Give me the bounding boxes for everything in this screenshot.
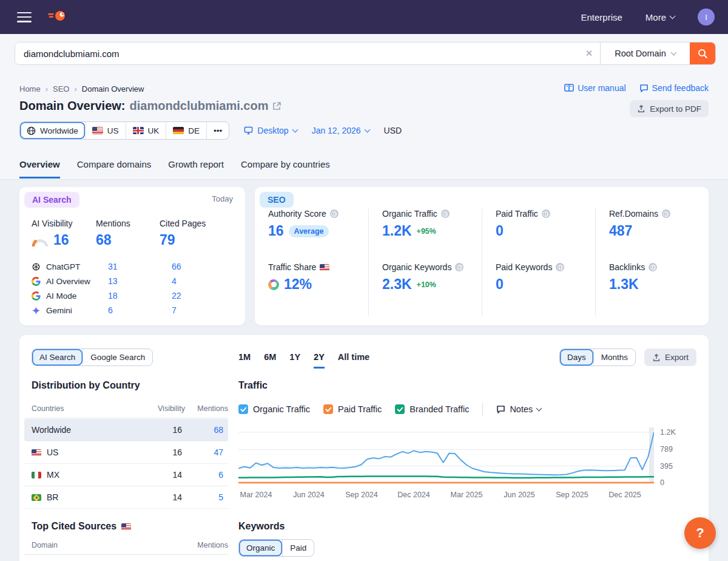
notes-bubble-icon — [496, 405, 505, 413]
send-feedback-link[interactable]: Send feedback — [639, 83, 709, 93]
chatgpt-cited[interactable]: 66 — [172, 262, 181, 271]
export-to-pdf-button[interactable]: Export to PDF — [630, 100, 709, 117]
hamburger-menu-icon[interactable] — [17, 12, 32, 22]
authority-score-value: 16 — [268, 223, 284, 239]
chart-x-axis-labels: Mar 2024Jun 2024Sep 2024Dec 2024Mar 2025… — [238, 491, 654, 500]
date-select[interactable]: Jan 12, 2026 — [312, 126, 369, 135]
gemini-cited[interactable]: 7 — [172, 305, 177, 315]
tab-growth-report[interactable]: Growth report — [168, 159, 224, 178]
traffic-chart[interactable] — [238, 425, 654, 486]
breadcrumb-home[interactable]: Home — [19, 84, 41, 93]
notes-dropdown[interactable]: Notes — [496, 404, 541, 414]
search-icon — [698, 49, 708, 59]
organic-traffic-value: 1.2K — [382, 223, 412, 239]
search-button[interactable] — [690, 42, 715, 64]
series-organic-traffic — [238, 432, 654, 475]
info-globe-icon[interactable] — [330, 209, 339, 218]
uk-flag-icon — [133, 127, 144, 134]
traffic-title: Traffic — [238, 380, 268, 391]
platform-row-chatgpt: ChatGPT — [32, 259, 233, 274]
range-all-time[interactable]: All time — [338, 352, 369, 369]
checkbox-organic[interactable] — [238, 404, 248, 414]
x-tick-label: Dec 2024 — [397, 491, 430, 499]
range-6m[interactable]: 6M — [264, 352, 276, 369]
br-mentions[interactable]: 5 — [199, 492, 223, 502]
region-more-button[interactable]: ••• — [206, 122, 229, 139]
currency-label: USD — [384, 126, 402, 135]
ai-mode-mentions[interactable]: 18 — [108, 291, 118, 301]
domain-search-bar: ✕ Root Domain — [15, 42, 716, 65]
col-header-countries: Countries — [32, 404, 64, 413]
info-globe-icon[interactable] — [542, 209, 550, 218]
mentions-total-value[interactable]: 68 — [96, 232, 112, 248]
country-row-worldwide[interactable]: Worldwide 16 68 — [24, 419, 228, 441]
range-2y[interactable]: 2Y — [314, 352, 325, 369]
toggle-google-search[interactable]: Google Search — [83, 349, 152, 365]
x-tick-label: Jun 2024 — [293, 491, 324, 499]
chevron-down-icon — [536, 406, 542, 412]
ai-search-badge: AI Search — [24, 192, 79, 208]
checkbox-branded[interactable] — [395, 404, 405, 414]
info-globe-icon[interactable] — [455, 263, 463, 271]
mx-mentions[interactable]: 6 — [199, 470, 223, 480]
search-input[interactable] — [15, 42, 578, 64]
ai-overview-cited[interactable]: 4 — [172, 276, 177, 286]
breadcrumb-seo[interactable]: SEO — [53, 84, 69, 93]
gemini-mentions[interactable]: 6 — [108, 305, 113, 315]
x-tick-label: Mar 2025 — [451, 491, 483, 499]
legend-branded-traffic[interactable]: Branded Traffic — [395, 404, 469, 414]
legend-organic-traffic[interactable]: Organic Traffic — [238, 404, 310, 414]
semrush-logo-icon[interactable] — [47, 9, 67, 25]
worldwide-mentions[interactable]: 68 — [199, 425, 223, 435]
region-us[interactable]: US — [85, 122, 126, 139]
avatar[interactable]: I — [698, 8, 715, 25]
ai-overview-mentions[interactable]: 13 — [108, 276, 118, 286]
chatgpt-mentions[interactable]: 31 — [108, 262, 118, 271]
region-uk[interactable]: UK — [126, 122, 166, 139]
info-globe-icon[interactable] — [441, 209, 450, 218]
info-globe-icon[interactable] — [556, 263, 564, 271]
help-button[interactable]: ? — [684, 517, 716, 549]
x-tick-label: Dec 2025 — [608, 491, 641, 499]
toggle-ai-search[interactable]: AI Search — [32, 349, 83, 365]
toggle-paid-keywords[interactable]: Paid — [282, 540, 314, 556]
country-row-br[interactable]: BR 14 5 — [24, 486, 228, 509]
info-globe-icon[interactable] — [662, 209, 670, 218]
col-header-source-mentions: Mentions — [195, 541, 228, 549]
toggle-days[interactable]: Days — [560, 349, 593, 365]
range-1m[interactable]: 1M — [238, 352, 251, 369]
tab-overview[interactable]: Overview — [19, 159, 60, 178]
toggle-organic-keywords[interactable]: Organic — [239, 540, 282, 556]
tab-compare-by-countries[interactable]: Compare by countries — [241, 159, 330, 178]
enterprise-link[interactable]: Enterprise — [581, 12, 622, 22]
x-tick-label: Jun 2025 — [504, 491, 534, 499]
country-row-mx[interactable]: MX 14 6 — [24, 464, 228, 486]
region-worldwide[interactable]: Worldwide — [20, 122, 85, 139]
y-tick-label: 395 — [660, 462, 673, 471]
region-de[interactable]: DE — [166, 122, 206, 139]
external-link-icon[interactable] — [272, 101, 281, 110]
legend-paid-traffic[interactable]: Paid Traffic — [323, 404, 382, 414]
toggle-months[interactable]: Months — [593, 349, 635, 365]
tab-compare-domains[interactable]: Compare domains — [77, 159, 152, 178]
y-tick-label: 789 — [660, 445, 673, 454]
scope-select[interactable]: Root Domain — [600, 42, 690, 64]
chevron-down-icon — [670, 50, 676, 56]
checkbox-paid[interactable] — [323, 404, 333, 414]
device-select[interactable]: Desktop — [244, 126, 297, 135]
us-mentions[interactable]: 47 — [199, 447, 223, 457]
x-tick-label: Mar 2024 — [240, 491, 272, 499]
more-menu[interactable]: More — [645, 12, 675, 22]
user-manual-link[interactable]: User manual — [564, 83, 625, 93]
cited-pages-total-value[interactable]: 79 — [160, 232, 175, 248]
clear-search-icon[interactable]: ✕ — [578, 42, 600, 64]
country-row-us[interactable]: US 16 47 — [24, 441, 228, 464]
traffic-share-value: 12% — [284, 276, 312, 293]
organic-keywords-value: 2.3K — [382, 276, 412, 293]
export-icon — [637, 104, 645, 113]
export-chart-button[interactable]: Export — [644, 348, 696, 366]
ai-mode-cited[interactable]: 22 — [172, 291, 181, 301]
br-flag-icon — [32, 494, 41, 501]
range-1y[interactable]: 1Y — [289, 352, 300, 369]
info-globe-icon[interactable] — [649, 263, 657, 271]
